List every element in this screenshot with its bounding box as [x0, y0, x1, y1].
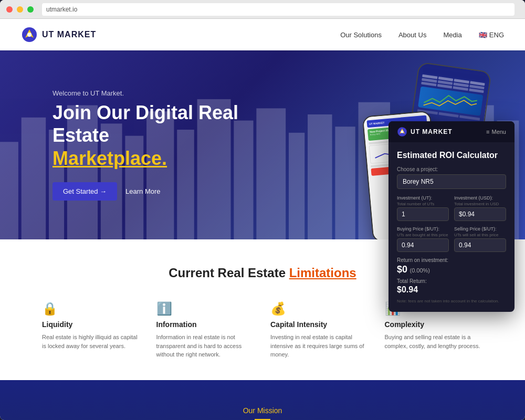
liquidity-desc: Real estate is highly illiquid as capita…	[42, 333, 141, 350]
hero-content: Welcome to UT Market. Join Our Digital R…	[52, 89, 262, 201]
mission-label: Our Mission	[42, 406, 483, 415]
website-content: UT MARKET Our Solutions About Us Media 🇬…	[0, 19, 525, 420]
menu-label: Menu	[491, 129, 506, 135]
learn-more-button[interactable]: Learn More	[125, 187, 160, 195]
roi-selling-price-field: Selling Price ($/UT): UTs will sell at t…	[454, 226, 506, 252]
url-bar[interactable]: utmarket.io	[42, 3, 514, 16]
svg-rect-13	[289, 133, 304, 239]
svg-rect-3	[22, 117, 46, 239]
nav-media[interactable]: Media	[443, 31, 461, 39]
logo-icon	[21, 26, 38, 43]
roi-selling-price-label: Selling Price ($/UT):	[454, 226, 506, 232]
roi-investment-usd-label: Investment (USD):	[454, 195, 506, 201]
information-title: Information	[156, 320, 255, 329]
roi-return-pct: (0.00%)	[410, 267, 430, 274]
limitation-capital: 💰 Capital Intensity Investing in real es…	[270, 301, 369, 359]
get-started-button[interactable]: Get Started →	[52, 182, 117, 201]
hero-buttons: Get Started → Learn More	[52, 182, 262, 201]
capital-title: Capital Intensity	[270, 320, 369, 329]
svg-rect-2	[0, 142, 18, 239]
roi-logo: UT MARKET	[397, 127, 453, 137]
roi-return-label: Return on investment:	[397, 257, 506, 263]
hamburger-icon: ≡	[486, 129, 489, 135]
roi-calculator-panel: UT MARKET ≡ Menu Estimated ROI Calculato…	[388, 121, 514, 312]
information-icon: ℹ️	[156, 301, 255, 316]
mission-section: Our Mission We create a more liquid, tra…	[0, 380, 525, 421]
roi-menu-button[interactable]: ≡ Menu	[486, 129, 506, 135]
browser-toolbar: utmarket.io	[0, 0, 525, 19]
roi-total-row: Total Return: $0.94	[397, 278, 506, 295]
roi-header: UT MARKET ≡ Menu	[388, 121, 514, 142]
roi-price-row: Buying Price ($/UT): UTs are bought at t…	[397, 226, 506, 252]
roi-selling-price-sublabel: UTs will sell at this price	[454, 233, 506, 237]
lang-text: ENG	[489, 31, 504, 39]
complexity-desc: Buying and selling real estate is a comp…	[385, 333, 484, 350]
logo[interactable]: UT MARKET	[21, 26, 96, 43]
roi-investment-ut-label: Investment (UT):	[397, 195, 449, 201]
svg-rect-14	[308, 114, 332, 239]
minimize-btn[interactable]	[17, 6, 23, 13]
roi-body: Estimated ROI Calculator Choose a projec…	[388, 142, 514, 312]
roi-investment-usd-sublabel: Total investment in USD	[454, 202, 506, 206]
roi-note: Note: fees are not taken into account in…	[397, 299, 506, 303]
capital-icon: 💰	[270, 301, 369, 316]
browser-window: utmarket.io UT MARKET Our Solutions Abou…	[0, 0, 525, 420]
roi-investment-ut-input[interactable]	[397, 207, 449, 221]
roi-investment-ut-field: Investment (UT): Total number of UTs	[397, 195, 449, 221]
svg-rect-15	[335, 127, 355, 239]
roi-total-value: $0.94	[397, 285, 506, 295]
maximize-btn[interactable]	[27, 6, 34, 13]
limitations-title-prefix: Current Real Estate	[169, 266, 289, 280]
complexity-title: Complexity	[385, 320, 484, 329]
hero-welcome: Welcome to UT Market.	[52, 89, 262, 97]
nav-about[interactable]: About Us	[398, 31, 426, 39]
svg-point-23	[401, 131, 404, 133]
information-desc: Information in real estate is not transp…	[156, 333, 255, 359]
roi-buying-price-label: Buying Price ($/UT):	[397, 226, 449, 232]
hero-title: Join Our Digital Real Estate Marketplace…	[52, 101, 262, 170]
roi-return-value: $0	[397, 264, 407, 275]
liquidity-title: Liquidity	[42, 320, 141, 329]
hero-title-highlight: Marketplace.	[52, 148, 167, 169]
roi-logo-icon	[397, 127, 407, 137]
svg-point-1	[27, 33, 32, 37]
capital-desc: Investing in real estate is capital inte…	[270, 333, 369, 359]
roi-buying-price-sublabel: UTs are bought at this price	[397, 233, 449, 237]
roi-investment-usd-value: $0.94	[454, 207, 506, 221]
roi-total-label: Total Return:	[397, 278, 506, 284]
liquidity-icon: 🔒	[42, 301, 141, 316]
roi-return-row: Return on investment: $0 (0.00%)	[397, 257, 506, 275]
hero-title-line1: Join Our Digital Real Estate	[52, 102, 238, 146]
limitation-information: ℹ️ Information Information in real estat…	[156, 301, 255, 359]
roi-investment-ut-sublabel: Total number of UTs	[397, 202, 449, 206]
roi-title: Estimated ROI Calculator	[397, 151, 506, 160]
flag-icon: 🇬🇧	[479, 31, 487, 39]
limitations-title-highlight: Limitations	[289, 266, 356, 280]
roi-buying-price-input[interactable]	[397, 238, 449, 252]
logo-text: UT MARKET	[42, 30, 96, 39]
roi-project-label: Choose a project:	[397, 166, 506, 172]
roi-investment-row: Investment (UT): Total number of UTs Inv…	[397, 195, 506, 221]
close-btn[interactable]	[6, 6, 13, 13]
roi-project-select[interactable]: Borey NR5	[397, 174, 506, 189]
mission-underline	[255, 419, 270, 420]
nav-solutions[interactable]: Our Solutions	[340, 31, 382, 39]
roi-selling-price-input[interactable]	[454, 238, 506, 252]
url-text: utmarket.io	[46, 6, 77, 13]
nav-links: Our Solutions About Us Media 🇬🇧 ENG	[340, 31, 504, 39]
roi-buying-price-field: Buying Price ($/UT): UTs are bought at t…	[397, 226, 449, 252]
roi-investment-usd-field: Investment (USD): Total investment in US…	[454, 195, 506, 221]
limitation-liquidity: 🔒 Liquidity Real estate is highly illiqu…	[42, 301, 141, 359]
roi-logo-text: UT MARKET	[411, 128, 453, 135]
navbar: UT MARKET Our Solutions About Us Media 🇬…	[0, 19, 525, 50]
language-selector[interactable]: 🇬🇧 ENG	[479, 31, 504, 39]
